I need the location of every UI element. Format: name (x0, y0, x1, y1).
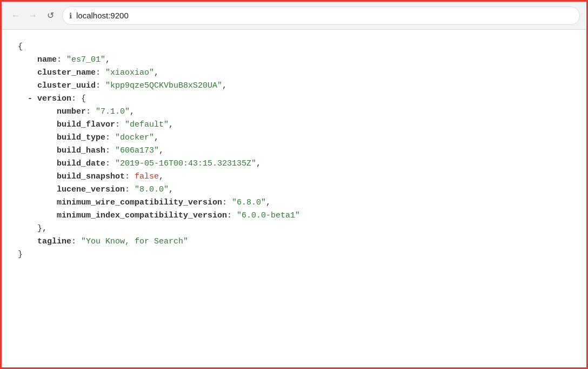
build-flavor-key: build_flavor (57, 120, 115, 129)
lucene-version-val: "8.0.0" (135, 185, 169, 194)
build-type-val: "docker" (115, 133, 154, 142)
address-text: localhost:9200 (76, 11, 129, 20)
cluster-name-val: "xiaoxiao" (105, 68, 154, 77)
cluster-uuid-val: "kpp9qze5QCKVbuB8xS20UA" (105, 81, 222, 90)
min-wire-key: minimum_wire_compatibility_version (57, 198, 222, 207)
address-bar[interactable]: ℹ localhost:9200 (62, 6, 580, 25)
build-snapshot-val: false (135, 172, 159, 181)
name-key: name (37, 55, 57, 64)
build-date-val: "2019-05-16T00:43:15.323135Z" (115, 159, 256, 168)
info-icon: ℹ (69, 11, 72, 20)
build-flavor-val: "default" (125, 120, 169, 129)
json-content-area: { name: "es7_01", cluster_name: "xiaoxia… (2, 30, 586, 272)
min-wire-val: "6.8.0" (232, 198, 266, 207)
reload-button[interactable]: ↺ (43, 8, 58, 23)
cluster-uuid-key: cluster_uuid (37, 81, 96, 90)
tagline-val: "You Know, for Search" (81, 237, 188, 246)
number-key: number (57, 107, 86, 116)
lucene-version-key: lucene_version (57, 185, 125, 194)
version-key: version (37, 94, 71, 103)
build-type-key: build_type (57, 133, 105, 142)
number-val: "7.1.0" (96, 107, 130, 116)
min-index-val: "6.0.0-beta1" (237, 211, 300, 220)
browser-toolbar: ← → ↺ ℹ localhost:9200 (2, 2, 586, 30)
name-val: "es7_01" (66, 55, 105, 64)
build-date-key: build_date (57, 159, 105, 168)
build-hash-key: build_hash (57, 146, 105, 155)
collapse-version[interactable]: - (28, 94, 32, 103)
cluster-name-key: cluster_name (37, 68, 96, 77)
tagline-key: tagline (37, 237, 71, 246)
min-index-key: minimum_index_compatibility_version (57, 211, 227, 220)
build-snapshot-key: build_snapshot (57, 172, 125, 181)
build-hash-val: "606a173" (115, 146, 159, 155)
json-pre: { name: "es7_01", cluster_name: "xiaoxia… (18, 41, 570, 261)
back-button[interactable]: ← (8, 8, 23, 23)
nav-buttons: ← → ↺ (8, 8, 58, 23)
forward-button[interactable]: → (25, 8, 41, 23)
